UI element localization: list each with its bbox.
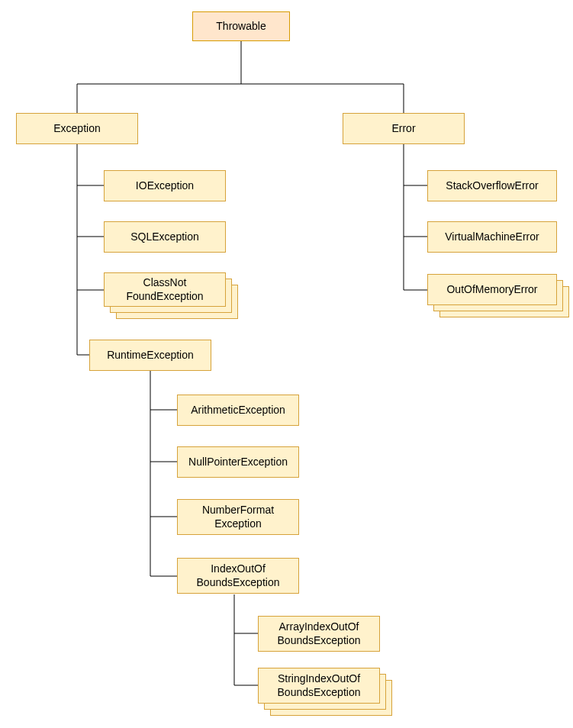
node-error: Error bbox=[343, 113, 465, 144]
node-stackoverflowerror: StackOverflowError bbox=[427, 170, 557, 201]
node-label: StackOverflowError bbox=[446, 179, 538, 193]
node-label: NullPointerException bbox=[188, 456, 288, 469]
diagram-canvas: Throwable Exception Error IOException SQ… bbox=[0, 0, 573, 728]
node-nullpointerexception: NullPointerException bbox=[177, 446, 299, 478]
node-label: RuntimeException bbox=[107, 349, 194, 362]
node-label: ClassNot FoundException bbox=[126, 276, 203, 303]
node-ioexception: IOException bbox=[104, 170, 226, 201]
node-label: Error bbox=[391, 122, 415, 136]
node-stringindexoutofboundsexception-stack: StringIndexOutOf BoundsException bbox=[258, 668, 392, 716]
node-label: SQLException bbox=[130, 230, 199, 244]
node-arithmeticexception: ArithmeticException bbox=[177, 395, 299, 426]
node-label: ArrayIndexOutOf BoundsException bbox=[278, 620, 361, 647]
node-runtimeexception: RuntimeException bbox=[89, 340, 211, 371]
node-virtualmachineerror: VirtualMachineError bbox=[427, 221, 557, 253]
node-outofmemoryerror: OutOfMemoryError bbox=[427, 274, 557, 305]
node-label: StringIndexOutOf BoundsException bbox=[278, 672, 361, 699]
node-label: IndexOutOf BoundsException bbox=[197, 562, 280, 589]
node-label: ArithmeticException bbox=[191, 404, 285, 417]
node-throwable: Throwable bbox=[192, 11, 290, 41]
node-label: Exception bbox=[53, 122, 100, 136]
node-indexoutofboundsexception: IndexOutOf BoundsException bbox=[177, 558, 299, 594]
node-label: Throwable bbox=[216, 20, 266, 34]
node-arrayindexoutofboundsexception: ArrayIndexOutOf BoundsException bbox=[258, 616, 380, 652]
node-label: IOException bbox=[136, 179, 194, 193]
node-label: NumberFormat Exception bbox=[202, 504, 274, 530]
node-exception: Exception bbox=[16, 113, 138, 144]
node-classnotfoundexception-stack: ClassNot FoundException bbox=[104, 272, 238, 319]
node-label: VirtualMachineError bbox=[445, 230, 539, 244]
node-stringindexoutofboundsexception: StringIndexOutOf BoundsException bbox=[258, 668, 380, 704]
node-numberformatexception: NumberFormat Exception bbox=[177, 499, 299, 535]
node-outofmemoryerror-stack: OutOfMemoryError bbox=[427, 274, 569, 317]
node-label: OutOfMemoryError bbox=[446, 283, 537, 297]
node-sqlexception: SQLException bbox=[104, 221, 226, 253]
node-classnotfoundexception: ClassNot FoundException bbox=[104, 272, 226, 307]
